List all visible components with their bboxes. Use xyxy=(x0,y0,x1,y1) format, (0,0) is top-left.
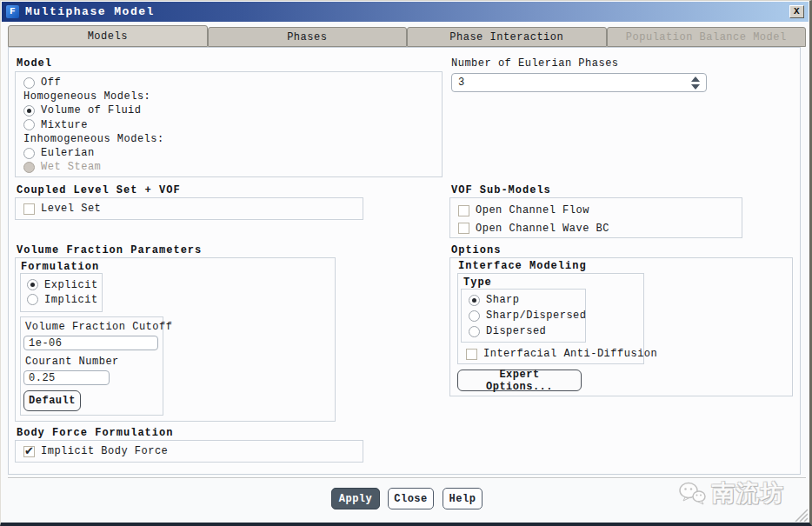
radio-dispersed-icon[interactable] xyxy=(469,326,480,337)
checkbox-level-set-icon[interactable] xyxy=(23,203,35,215)
fluent-app-icon: F xyxy=(6,5,19,18)
radio-implicit-label: Implicit xyxy=(44,294,98,306)
checkbox-level-set[interactable]: Level Set xyxy=(16,202,101,216)
volume-fraction-cutoff-label: Volume Fraction Cutoff xyxy=(25,321,172,333)
checkbox-open-channel-wave-bc-label: Open Channel Wave BC xyxy=(476,223,609,235)
window-title: Multiphase Model xyxy=(25,5,789,18)
homogeneous-models-heading: Homogeneous Models: xyxy=(16,90,442,103)
wechat-icon xyxy=(677,481,707,507)
apply-button[interactable]: Apply xyxy=(331,488,380,509)
spinner-arrows xyxy=(689,77,706,90)
radio-dispersed-label: Dispersed xyxy=(486,325,546,337)
volume-fraction-cutoff-input[interactable] xyxy=(23,336,158,350)
radio-off[interactable]: Off xyxy=(16,76,442,90)
radio-sharp-icon[interactable] xyxy=(469,295,480,306)
spin-up-icon[interactable] xyxy=(691,77,700,82)
interface-modeling-title: Interface Modeling xyxy=(458,260,587,272)
courant-number-label: Courant Number xyxy=(25,356,119,368)
radio-implicit[interactable]: Implicit xyxy=(21,292,102,307)
radio-sharp-dispersed-label: Sharp/Dispersed xyxy=(486,310,587,322)
expert-options-button[interactable]: Expert Options... xyxy=(457,370,582,391)
checkbox-open-channel-wave-bc[interactable]: Open Channel Wave BC xyxy=(450,222,742,236)
radio-explicit-icon[interactable] xyxy=(27,279,38,290)
checkbox-implicit-body-force[interactable]: Implicit Body Force xyxy=(16,444,168,458)
coupled-level-set-title: Coupled Level Set + VOF xyxy=(17,184,181,196)
tab-models[interactable]: Models xyxy=(8,25,208,47)
spin-down-icon[interactable] xyxy=(691,84,700,90)
tab-phase-interaction[interactable]: Phase Interaction xyxy=(407,27,607,47)
checkbox-interfacial-anti-diffusion-icon[interactable] xyxy=(466,349,477,360)
radio-eulerian[interactable]: Eulerian xyxy=(16,146,442,160)
model-group-title: Model xyxy=(17,57,52,70)
vof-sub-models-box: Open Channel Flow Open Channel Wave BC xyxy=(449,197,742,238)
tab-population-balance-model: Population Balance Model xyxy=(607,27,807,47)
default-button[interactable]: Default xyxy=(23,390,81,411)
vof-sub-models-title: VOF Sub-Models xyxy=(451,184,551,196)
eulerian-phases-spinner xyxy=(451,73,707,92)
title-bar[interactable]: F Multiphase Model X xyxy=(2,2,809,22)
homogeneous-models-label: Homogeneous Models: xyxy=(23,90,150,103)
radio-volume-of-fluid-label: Volume of Fluid xyxy=(41,104,142,117)
radio-mixture-label: Mixture xyxy=(41,119,88,131)
radio-explicit-label: Explicit xyxy=(44,279,98,291)
checkbox-interfacial-anti-diffusion[interactable]: Interfacial Anti-Diffusion xyxy=(458,347,657,361)
radio-volume-of-fluid[interactable]: Volume of Fluid xyxy=(16,103,442,117)
options-title: Options xyxy=(451,244,501,256)
radio-sharp[interactable]: Sharp xyxy=(462,292,585,308)
multiphase-model-dialog: F Multiphase Model X Models Phases Phase… xyxy=(0,0,812,526)
radio-mixture[interactable]: Mixture xyxy=(16,118,442,132)
radio-implicit-icon[interactable] xyxy=(27,294,38,305)
checkbox-open-channel-flow-icon[interactable] xyxy=(458,205,469,216)
radio-wet-steam: Wet Steam xyxy=(16,160,442,174)
volume-fraction-parameters-title: Volume Fraction Parameters xyxy=(17,244,202,256)
checkbox-implicit-body-force-icon[interactable] xyxy=(23,446,35,457)
radio-volume-of-fluid-icon[interactable] xyxy=(23,105,35,117)
radio-eulerian-label: Eulerian xyxy=(41,147,95,159)
type-title: Type xyxy=(463,276,492,289)
inhomogeneous-models-heading: Inhomogeneous Models: xyxy=(16,132,442,146)
courant-number-input[interactable] xyxy=(23,370,110,385)
eulerian-phases-label: Number of Eulerian Phases xyxy=(451,57,619,70)
watermark-text: 南流坊 xyxy=(712,478,785,509)
radio-sharp-dispersed-icon[interactable] xyxy=(469,310,480,322)
checkbox-open-channel-flow[interactable]: Open Channel Flow xyxy=(450,203,742,217)
watermark: 南流坊 xyxy=(677,478,785,509)
radio-off-label: Off xyxy=(41,77,61,89)
radio-sharp-dispersed[interactable]: Sharp/Dispersed xyxy=(462,308,585,323)
radio-wet-steam-icon xyxy=(23,162,35,173)
tab-phases[interactable]: Phases xyxy=(208,27,408,47)
radio-explicit[interactable]: Explicit xyxy=(21,277,102,292)
close-button[interactable]: Close xyxy=(388,488,434,509)
formulation-box: Explicit Implicit xyxy=(20,273,103,312)
help-button[interactable]: Help xyxy=(443,488,483,509)
checkbox-open-channel-flow-label: Open Channel Flow xyxy=(476,204,589,216)
body-force-box: Implicit Body Force xyxy=(15,440,363,463)
checkbox-interfacial-anti-diffusion-label: Interfacial Anti-Diffusion xyxy=(483,348,657,360)
radio-sharp-label: Sharp xyxy=(486,294,520,306)
eulerian-phases-input[interactable] xyxy=(452,74,689,91)
radio-eulerian-icon[interactable] xyxy=(23,148,35,159)
checkbox-level-set-label: Level Set xyxy=(41,203,101,215)
radio-off-icon[interactable] xyxy=(23,77,35,89)
body-force-formulation-title: Body Force Formulation xyxy=(17,427,173,439)
radio-mixture-icon[interactable] xyxy=(23,119,35,130)
tab-bar: Models Phases Phase Interaction Populati… xyxy=(8,25,806,47)
formulation-title: Formulation xyxy=(21,261,99,273)
inhomogeneous-models-label: Inhomogeneous Models: xyxy=(23,133,164,145)
radio-wet-steam-label: Wet Steam xyxy=(41,161,101,173)
radio-dispersed[interactable]: Dispersed xyxy=(462,323,585,339)
checkbox-implicit-body-force-label: Implicit Body Force xyxy=(41,445,168,457)
type-box: Sharp Sharp/Dispersed Dispersed xyxy=(461,289,586,343)
model-group-box: Off Homogeneous Models: Volume of Fluid … xyxy=(15,71,443,177)
checkbox-open-channel-wave-bc-icon[interactable] xyxy=(458,223,469,234)
close-icon[interactable]: X xyxy=(789,5,804,18)
coupled-level-set-box: Level Set xyxy=(15,197,363,220)
resize-grip[interactable] xyxy=(794,508,808,522)
